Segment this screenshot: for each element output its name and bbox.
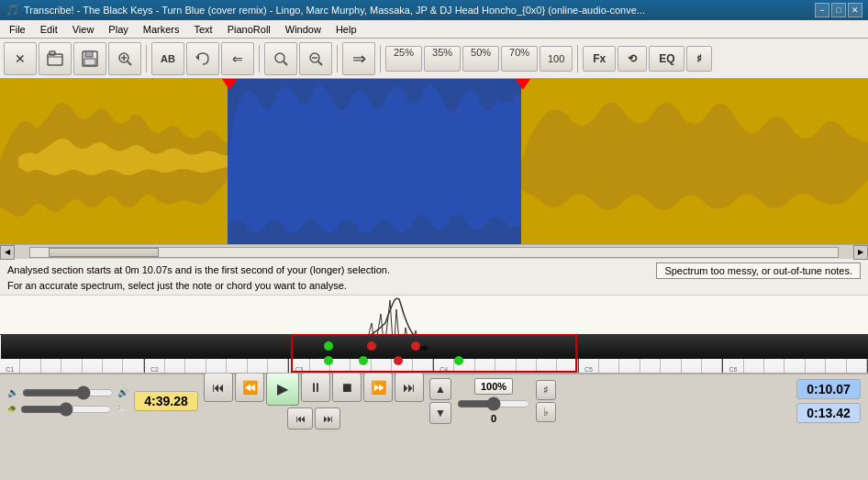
prev-button[interactable]: ⏪ [235, 373, 264, 402]
stop-button[interactable]: ⏹ [332, 373, 362, 402]
scrollbar-thumb[interactable] [49, 248, 159, 257]
total-time-display: 4:39.28 [134, 391, 198, 411]
menu-text[interactable]: Text [187, 23, 220, 36]
spectrum-area: .oct-wrapper { display: flex; position: … [0, 296, 868, 374]
zoom-50-button[interactable]: 50% [462, 46, 499, 72]
zoom-25-button[interactable]: 25% [385, 46, 422, 72]
marker-right[interactable] [516, 79, 530, 90]
transport-bottom-row: ⏮ ⏭ [204, 407, 424, 430]
speed-percent-group: 100% 0 [457, 378, 530, 424]
toolbar-separator-2 [259, 45, 260, 73]
waveform-selected [228, 79, 521, 244]
svg-line-13 [318, 61, 322, 65]
undo-button[interactable] [186, 42, 219, 75]
transport-area: 🔈 🔊 🐢 🐇 4:39.28 ⏮ ⏪ ▶ ⏸ ⏹ ⏩ ⏭ ⏮ ⏭ ▲ ▼ [0, 374, 868, 427]
marker-left[interactable] [222, 79, 237, 90]
next-button[interactable]: ⏩ [363, 373, 393, 402]
menu-edit[interactable]: Edit [33, 23, 65, 36]
transport-buttons: ⏮ ⏪ ▶ ⏸ ⏹ ⏩ ⏭ ⏮ ⏭ [204, 373, 424, 430]
waveform-area[interactable] [0, 79, 868, 244]
scroll-left-button[interactable]: ◀ [0, 245, 15, 260]
hash-button[interactable]: ♯ [536, 380, 556, 400]
tempo-slider[interactable] [457, 397, 530, 410]
transport-top-row: ⏮ ⏪ ▶ ⏸ ⏹ ⏩ ⏭ [204, 373, 424, 406]
piano-octave-c3: C3 [289, 335, 434, 373]
menu-pianoroll[interactable]: PianoRoll [220, 23, 278, 36]
speed-slider[interactable] [20, 403, 112, 416]
pitch-controls-left: ▲ ▼ [429, 378, 451, 424]
volume-controls: 🔈 🔊 🐢 🐇 [7, 386, 128, 416]
forward-button[interactable]: ⏭ [395, 373, 424, 402]
minimize-button[interactable]: − [815, 3, 829, 17]
analysis-text: Analysed section starts at 0m 10.07s and… [7, 262, 647, 293]
fx-button[interactable]: Fx [583, 46, 616, 72]
menu-file[interactable]: File [2, 23, 33, 36]
zoom-selection-button[interactable] [108, 42, 141, 75]
menu-markers[interactable]: Markers [136, 23, 187, 36]
toolbar-separator-3 [337, 45, 338, 73]
spectrum-message: Spectrum too messy, or out-of-tune notes… [656, 262, 861, 279]
speed-percent-display: 100% [474, 378, 513, 395]
menu-help[interactable]: Help [328, 23, 364, 36]
piano-sharp-button[interactable]: ♯ [686, 46, 712, 72]
toolbar-separator [146, 45, 147, 73]
maximize-button[interactable]: □ [831, 3, 846, 17]
down-arrow-button[interactable]: ▼ [429, 402, 451, 424]
toolbar-separator-5 [577, 45, 578, 73]
close-button[interactable]: ✕ [4, 42, 37, 75]
menu-play[interactable]: Play [101, 23, 135, 36]
zoom-out-button[interactable] [299, 42, 332, 75]
analysis-line2: For an accurate spectrum, select just th… [7, 280, 347, 291]
piano-octave-c1: C1 [0, 335, 145, 373]
menu-bar: File Edit View Play Markers Text PianoRo… [0, 20, 868, 39]
key-as6[interactable] [827, 335, 868, 359]
up-arrow-button[interactable]: ▲ [429, 378, 451, 400]
close-button[interactable]: ✕ [848, 3, 862, 17]
play-button[interactable]: ▶ [266, 373, 299, 406]
zoom-fit-button[interactable] [264, 42, 297, 75]
loop-selection-button[interactable]: ⇐ [221, 42, 254, 75]
save-button[interactable] [73, 42, 106, 75]
mark-start-button[interactable]: ⏮ [287, 407, 313, 430]
loop-button[interactable]: ⟲ [618, 46, 647, 72]
mark-end-button[interactable]: ⏭ [315, 407, 340, 430]
pitch-zero: 0 [491, 413, 496, 424]
svg-line-11 [284, 61, 287, 65]
speed-slider-row: 🐢 🐇 [7, 403, 128, 416]
open-button[interactable] [39, 42, 72, 75]
current-time-display: 0:10.07 [796, 379, 861, 399]
piano-octave-c6: C6 [723, 335, 868, 373]
svg-rect-1 [50, 51, 55, 55]
analysis-line1: Analysed section starts at 0m 10.07s and… [7, 264, 390, 275]
scroll-right-button[interactable]: ▶ [853, 245, 868, 260]
svg-point-10 [275, 53, 284, 62]
toolbar: ✕ AB ⇐ ⇒ 25% 35% 50% 70% 100 Fx ⟲ EQ ♯ [0, 39, 868, 79]
zoom-70-button[interactable]: 70% [501, 46, 538, 72]
volume-slider[interactable] [22, 386, 114, 399]
pitch-hash-controls: ♯ ♭ [536, 380, 556, 422]
scrollbar-track[interactable] [29, 247, 839, 258]
piano-octave-c2: C2 [145, 335, 290, 373]
piano-octave-c4: C4 [434, 335, 579, 373]
vol-min-icon: 🔈 [7, 387, 18, 397]
svg-rect-3 [85, 51, 93, 57]
menu-window[interactable]: Window [278, 23, 328, 36]
volume-slider-row: 🔈 🔊 [7, 386, 128, 399]
flat-button[interactable]: ♭ [536, 402, 556, 422]
zoom-35-button[interactable]: 35% [424, 46, 461, 72]
svg-line-6 [128, 61, 131, 65]
speed-max-icon: 🐇 [116, 405, 125, 413]
pause-button[interactable]: ⏸ [301, 373, 330, 402]
eq-button[interactable]: EQ [649, 46, 684, 72]
horizontal-scrollbar[interactable]: ◀ ▶ [0, 244, 868, 259]
vol-max-icon: 🔊 [117, 387, 128, 397]
menu-view[interactable]: View [65, 23, 102, 36]
zoom-100-button[interactable]: 100 [540, 46, 573, 72]
time-displays-right: 0:10.07 0:13.42 [796, 379, 861, 423]
waveform-right [521, 79, 868, 244]
step-forward-button[interactable]: ⇒ [342, 42, 375, 75]
rewind-button[interactable]: ⏮ [204, 373, 233, 402]
app-icon: 🎵 [6, 4, 19, 17]
ab-loop-button[interactable]: AB [151, 42, 184, 75]
waveform-left [0, 79, 228, 244]
